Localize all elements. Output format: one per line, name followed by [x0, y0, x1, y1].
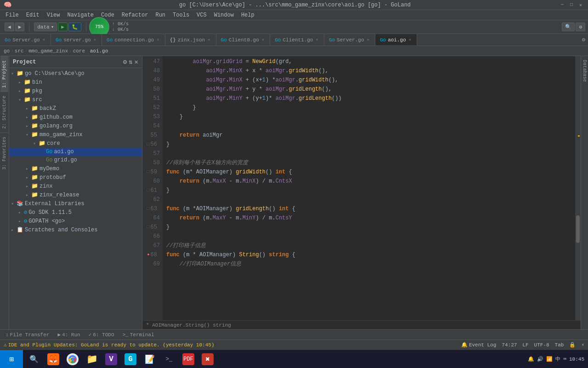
tree-item-src[interactable]: ▾ 📁 src — [9, 95, 142, 104]
line-ending[interactable]: LF — [522, 342, 528, 348]
menu-edit[interactable]: Edit — [23, 11, 43, 19]
start-button[interactable]: ⊞ — [0, 350, 23, 368]
tab-server-go-2[interactable]: Go server.go ✕ — [51, 34, 102, 46]
cursor-position[interactable]: 74:27 — [502, 342, 517, 348]
sidebar-close-icon[interactable]: ✕ — [135, 58, 138, 66]
tab-close-client1[interactable]: ✕ — [315, 37, 319, 43]
menu-view[interactable]: View — [43, 11, 64, 19]
taskbar-app-firefox[interactable]: 🦊 — [44, 351, 62, 368]
tree-item-mmo[interactable]: ▾ 📁 mmo_game_zinx — [9, 130, 142, 139]
menu-vcs[interactable]: VCS — [193, 11, 210, 19]
maximize-button[interactable]: □ — [568, 1, 575, 9]
taskbar-ime[interactable]: 中 — [555, 356, 560, 362]
fold-icon-65[interactable]: □ — [147, 223, 150, 232]
tree-item-scratches[interactable]: ▸ 📋 Scratches and Consoles — [9, 225, 142, 234]
encoding[interactable]: UTF-8 — [534, 342, 549, 348]
tree-item-zinx-release[interactable]: ▸ 📁 zinx_release — [9, 190, 142, 199]
menu-run[interactable]: Run — [152, 11, 169, 19]
menu-window[interactable]: Window — [210, 11, 237, 19]
taskbar-notify-icon[interactable]: 🔔 — [528, 356, 534, 362]
ide-update-notification[interactable]: ⚠ IDE and Plugin Updates: GoLand is read… — [4, 342, 215, 348]
taskbar-app-chrome[interactable] — [63, 351, 82, 368]
fold-icon-63[interactable]: □ — [147, 204, 150, 213]
editor-scrollbar[interactable] — [575, 56, 581, 320]
bottom-tab-file-transfer[interactable]: ↕ File Transfer — [2, 331, 53, 339]
tab-close-server-go-1[interactable]: ✕ — [42, 37, 46, 43]
bread-mmo[interactable]: mmo_game_zinx — [28, 48, 68, 54]
bottom-tab-todo[interactable]: ✓ 6: TODO — [85, 331, 118, 339]
left-tab-favorites[interactable]: 3: Favorites — [0, 132, 8, 173]
code-editor[interactable]: aoiMgr.gridGrid = NewGrid(grd, aoiMgr.Mi… — [163, 56, 575, 320]
tab-server-go-1[interactable]: Go Server.go ✕ — [0, 34, 51, 46]
close-button[interactable]: ✕ — [577, 1, 584, 9]
taskbar-app-pdf[interactable]: PDF — [179, 351, 198, 368]
tree-item-aoi-go[interactable]: Go aoi.go — [9, 148, 142, 156]
scrollbar-thumb[interactable] — [576, 215, 580, 243]
tree-item-backz[interactable]: ▸ 📁 backZ — [9, 104, 142, 113]
tree-item-protobuf[interactable]: ▸ 📁 protobuf — [9, 173, 142, 182]
vcs-lock-icon[interactable]: 🔒 — [569, 342, 576, 348]
tab-zinx-json[interactable]: {} zinx.json ✕ — [165, 34, 216, 46]
tree-item-github[interactable]: ▸ 📁 github.com — [9, 113, 142, 121]
sidebar-expand-icon[interactable]: ⇅ — [129, 58, 132, 66]
tree-item-pkg[interactable]: ▸ 📁 pkg — [9, 86, 142, 95]
tab-close-connection[interactable]: ✕ — [156, 37, 160, 43]
tab-close-zinx-json[interactable]: ✕ — [207, 37, 211, 43]
bread-aoi[interactable]: aoi.go — [90, 48, 108, 54]
tab-client1[interactable]: Go Client1.go ✕ — [270, 34, 324, 46]
taskbar-app-notepad[interactable]: 📝 — [141, 351, 159, 368]
tree-item-mydemo[interactable]: ▸ 📁 myDemo — [9, 164, 142, 173]
tab-connection-go[interactable]: Go connection.go ✕ — [102, 34, 165, 46]
tab-close-server-go-2[interactable]: ✕ — [93, 37, 97, 43]
taskbar-kbd-icon[interactable]: ⌨ — [563, 356, 566, 362]
indent-type[interactable]: Tab — [555, 342, 564, 348]
forward-button[interactable]: ▶ — [15, 23, 25, 31]
taskbar-app-goland[interactable]: G — [121, 351, 140, 368]
settings-button[interactable]: ⚙ — [576, 23, 585, 31]
taskbar-app-search[interactable]: 🔍 — [25, 351, 43, 368]
tree-item-gopath[interactable]: ▸ ⚙ GOPATH <go> — [9, 217, 142, 225]
tree-item-zinx[interactable]: ▸ 📁 zinx — [9, 182, 142, 190]
tree-item-external-libs[interactable]: ▾ 📚 External Libraries — [9, 199, 142, 208]
tab-close-server-go-3[interactable]: ✕ — [366, 37, 370, 43]
tree-item-bin[interactable]: ▸ 📁 bin — [9, 78, 142, 86]
tab-close-aoi-go[interactable]: ✕ — [408, 37, 412, 43]
left-tab-structure[interactable]: 2: Structure — [0, 92, 8, 132]
bread-core[interactable]: core — [73, 48, 85, 54]
bread-go[interactable]: go — [4, 48, 10, 54]
tab-server-go-3[interactable]: Go Server.go ✕ — [324, 34, 375, 46]
minimize-button[interactable]: ─ — [559, 1, 566, 9]
tree-item-go-root[interactable]: ▾ 📁 go C:\Users\Ace\go — [9, 69, 142, 78]
tree-item-grid-go[interactable]: Go grid.go — [9, 156, 142, 164]
tree-item-core[interactable]: ▾ 📁 core — [9, 139, 142, 148]
sidebar-settings-icon[interactable]: ⚙ — [123, 58, 127, 66]
search-everywhere-button[interactable]: 🔍 — [562, 23, 575, 31]
back-button[interactable]: ◀ — [5, 23, 14, 31]
taskbar-app-red[interactable]: ✖ — [198, 351, 217, 368]
tab-aoi-go[interactable]: Go aoi.go ✕ — [375, 34, 417, 46]
right-tab-database[interactable]: Database — [581, 56, 588, 86]
tree-item-go-sdk[interactable]: ▸ ⚙ Go SDK 1.11.5 — [9, 208, 142, 217]
tree-item-golang[interactable]: ▸ 📁 golang.org — [9, 121, 142, 130]
run-button[interactable]: ▶ — [58, 23, 68, 31]
run-config-dropdown[interactable]: data ▾ — [34, 23, 57, 31]
fold-icon-56[interactable]: □ — [147, 140, 150, 149]
bread-src[interactable]: src — [15, 48, 24, 54]
fold-icon-61[interactable]: □ — [147, 186, 150, 195]
menu-file[interactable]: File — [2, 11, 23, 19]
taskbar-app-vs[interactable]: V — [102, 351, 120, 368]
tab-settings-button[interactable]: ⚙ — [579, 36, 588, 43]
power-save-icon[interactable]: ⚡ — [581, 342, 584, 348]
left-tab-project[interactable]: 1: Project — [0, 56, 8, 92]
breakpoint-icon-68[interactable]: ● — [147, 250, 149, 259]
taskbar-volume-icon[interactable]: 🔊 — [537, 356, 543, 362]
event-log-button[interactable]: 🔔 Event Log — [461, 342, 496, 348]
bottom-tab-terminal[interactable]: >_ Terminal — [119, 331, 158, 339]
tab-client0[interactable]: Go Client0.go ✕ — [216, 34, 271, 46]
taskbar-network-icon[interactable]: 📶 — [546, 356, 553, 362]
menu-help[interactable]: Help — [237, 11, 258, 19]
taskbar-app-explorer[interactable]: 📁 — [83, 351, 101, 368]
debug-button[interactable]: 🐛 — [68, 23, 81, 31]
menu-tools[interactable]: Tools — [169, 11, 193, 19]
taskbar-app-cmd[interactable]: >_ — [160, 351, 178, 368]
